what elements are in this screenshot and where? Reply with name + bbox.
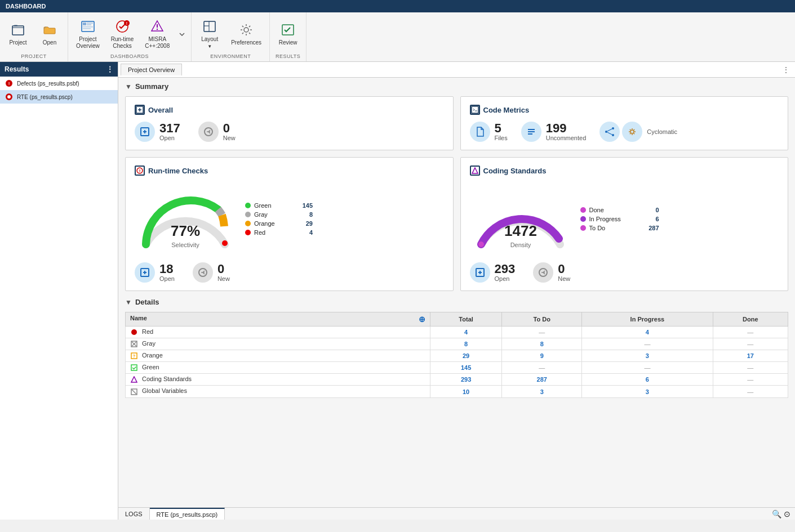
runtime-checks-icon: !	[114, 19, 130, 34]
misra-icon	[149, 19, 165, 34]
svg-text:!: !	[139, 168, 141, 173]
overall-metrics: 317 Open 0 New	[135, 122, 444, 142]
coding-std-open-stack: 293 Open	[495, 263, 516, 282]
bottom-tab-logs[interactable]: LOGS	[118, 508, 150, 520]
coding-std-title: Coding Standards	[470, 166, 779, 176]
results-group-label: RESULTS	[276, 53, 300, 60]
orange-row-icon: ?	[130, 352, 138, 360]
project-overview-button[interactable]: ProjectOverview	[72, 16, 104, 52]
svg-text:?: ?	[133, 354, 136, 359]
title-bar: DASHBOARD	[0, 0, 795, 12]
svg-line-42	[607, 132, 612, 135]
overall-open-stack: 317 Open	[159, 122, 180, 141]
svg-line-76	[132, 390, 136, 394]
svg-point-40	[612, 134, 614, 136]
files-metric: 5 Files	[470, 122, 508, 142]
runtime-checks-button[interactable]: ! Run-timeChecks	[106, 16, 139, 52]
sidebar: Results ⋮ ! Defects (ps_results.psbf) RT…	[0, 62, 118, 520]
runtime-new-metric: 0 New	[193, 262, 230, 283]
bottom-tab-rte[interactable]: RTE (ps_results.pscp)	[150, 508, 225, 520]
runtime-gauge-svg: 77% Selectivity	[135, 182, 236, 256]
overall-open-metric: 317 Open	[135, 122, 180, 142]
table-row: Global Variables 10 3 3 —	[126, 386, 788, 397]
bottom-bar: LOGS RTE (ps_results.pscp) 🔍 ⊙	[118, 507, 795, 520]
overall-title: Overall	[135, 105, 444, 115]
svg-point-22	[7, 95, 11, 99]
svg-point-39	[612, 127, 614, 129]
toolbar-group-dashboards: ProjectOverview ! Run-timeChecks	[68, 12, 192, 61]
runtime-new-icon	[193, 262, 213, 283]
svg-text:!: !	[8, 81, 10, 86]
sidebar-item-defects[interactable]: ! Defects (ps_results.psbf)	[0, 77, 118, 90]
legend-red: Red 4	[245, 229, 313, 236]
sidebar-item-rte[interactable]: RTE (ps_results.pscp)	[0, 90, 118, 104]
runtime-checks-card: ! Run-time Checks	[125, 157, 454, 291]
uncommented-icon	[521, 122, 541, 142]
row-name-green: Green	[126, 362, 430, 374]
red-row-icon	[130, 328, 138, 336]
files-icon	[470, 122, 490, 142]
legend-gray: Gray 8	[245, 211, 313, 218]
row-name-gray: Gray	[126, 338, 430, 350]
dashboards-group-label: DASHBOARDS	[110, 53, 149, 60]
dashboards-dropdown[interactable]	[176, 30, 188, 39]
misra-button[interactable]: MISRAC++:2008	[140, 16, 174, 52]
project-icon	[10, 22, 26, 38]
project-overview-icon	[80, 19, 96, 34]
toolbar-group-results: Review RESULTS	[270, 12, 307, 61]
svg-point-17	[244, 28, 248, 32]
coding-std-gauge-svg: 1472 Density	[470, 182, 571, 256]
cyclomatic-gear-icon	[622, 122, 642, 142]
project-button[interactable]: Project	[3, 20, 33, 48]
svg-point-13	[157, 29, 158, 30]
svg-point-57	[478, 242, 484, 247]
svg-point-38	[605, 131, 607, 133]
open-label: Open	[43, 39, 56, 46]
runtime-new-stack: 0 New	[217, 263, 230, 282]
open-button[interactable]: Open	[35, 20, 64, 48]
svg-rect-6	[83, 26, 93, 28]
runtime-bottom-metrics: 18 Open 0 New	[135, 262, 444, 283]
svg-marker-74	[131, 377, 137, 382]
uncommented-stack: 199 Uncommented	[546, 122, 587, 141]
orange-dot	[245, 221, 251, 226]
toolbar-group-project: Project Open PROJECT	[0, 12, 68, 61]
preferences-icon	[238, 22, 254, 38]
col-inprogress: In Progress	[582, 312, 713, 327]
zoom-out-button[interactable]: 🔍	[772, 509, 781, 518]
green-dot	[245, 203, 251, 208]
svg-marker-56	[472, 168, 478, 173]
coding-standards-card: Coding Standards 1472 Density	[460, 157, 789, 291]
defects-label: Defects (ps_results.psbf)	[17, 81, 79, 87]
summary-header: ▼ Summary	[125, 82, 788, 91]
table-row: Green 145 — — —	[126, 362, 788, 374]
row-name-gv: Global Variables	[126, 386, 430, 397]
toolbar: Project Open PROJECT	[0, 12, 795, 62]
green-row-icon	[130, 364, 138, 372]
title-label: DASHBOARD	[6, 3, 46, 10]
coding-std-title-icon	[470, 166, 480, 176]
svg-rect-3	[83, 23, 86, 25]
tab-project-overview[interactable]: Project Overview	[121, 64, 182, 75]
review-button[interactable]: Review	[273, 20, 303, 48]
overall-new-stack: 0 New	[223, 122, 236, 141]
zoom-reset-button[interactable]: ⊙	[784, 509, 790, 518]
sidebar-menu-icon[interactable]: ⋮	[106, 65, 113, 73]
tab-menu-button[interactable]: ⋮	[779, 65, 793, 75]
details-chevron: ▼	[125, 298, 132, 306]
svg-line-41	[607, 129, 612, 131]
overall-new-icon	[198, 122, 219, 142]
coding-std-open-icon	[470, 262, 490, 283]
details-header: ▼ Details	[125, 298, 788, 306]
rte-icon	[5, 92, 14, 101]
review-icon	[280, 22, 296, 38]
details-table: Name ⊕ Total To Do In Progress Done	[125, 312, 788, 398]
main-container: Results ⋮ ! Defects (ps_results.psbf) RT…	[0, 62, 795, 520]
project-label: Project	[9, 39, 26, 46]
add-row-icon[interactable]: ⊕	[419, 315, 425, 324]
layout-button[interactable]: Layout▼	[195, 16, 224, 52]
review-label: Review	[279, 39, 297, 46]
preferences-button[interactable]: Preferences	[226, 20, 266, 48]
open-icon	[42, 22, 57, 38]
content-area: Project Overview ⋮ ▼ Summary Overall	[118, 62, 795, 520]
